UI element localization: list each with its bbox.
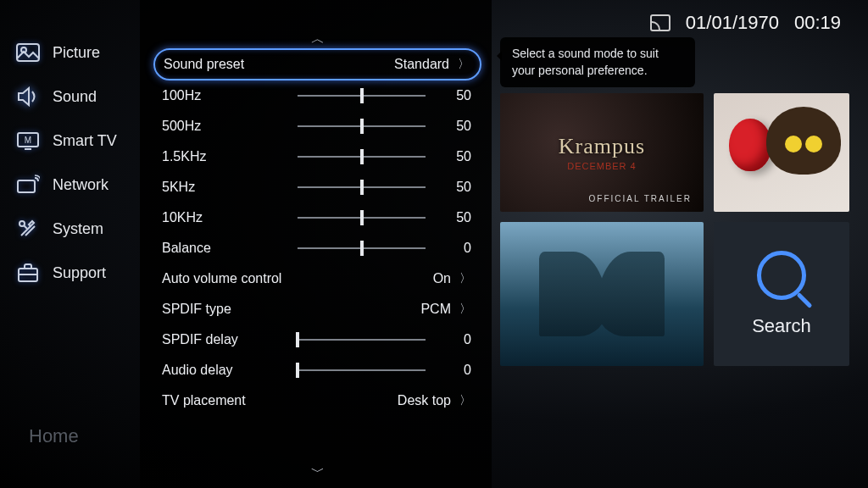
person-graphic [766,107,843,200]
setting-value: Standard [291,57,453,72]
slider-track[interactable] [298,156,426,158]
setting-label: 100Hz [162,88,289,103]
status-time: 00:19 [794,12,841,34]
setting-value: Desk top [289,393,454,408]
sidebar-item-sound[interactable]: Sound [0,75,140,119]
slider-track[interactable] [298,217,426,219]
slider-track[interactable] [298,95,426,97]
sidebar-item-smart-tv[interactable]: M Smart TV [0,119,140,163]
home-label: Home [29,425,79,447]
tile-subtitle: DECEMBER 4 [559,161,645,171]
setting-value: 0 [434,332,471,347]
smart-tv-icon: M [15,130,41,152]
slider-knob[interactable] [360,241,364,256]
sidebar-item-label: Network [53,176,108,194]
slider-knob[interactable] [360,119,364,134]
setting-sound-preset[interactable]: Sound preset Standard 〉 [153,48,481,80]
setting-label: 5KHz [162,180,289,195]
picture-icon [15,42,41,64]
setting-label: Sound preset [164,57,291,72]
tile-media-2[interactable] [714,93,849,212]
setting-auto-volume-control[interactable]: Auto volume control On 〉 [153,263,481,294]
status-date: 01/01/1970 [686,12,779,34]
sidebar-item-support[interactable]: Support [0,251,140,295]
setting-value: PCM [289,302,454,317]
chevron-right-icon: 〉 [454,302,471,317]
scroll-down-icon[interactable]: ﹀ [153,463,481,481]
tile-krampus-trailer[interactable]: Krampus DECEMBER 4 OFFICIAL TRAILER [500,93,704,212]
setting-value: 0 [434,363,471,378]
cast-icon [650,14,670,31]
setting-balance[interactable]: Balance 0 [153,233,481,263]
setting-label: 500Hz [162,119,289,134]
slider-track[interactable] [298,186,426,188]
chevron-right-icon: 〉 [454,393,471,408]
slider-knob[interactable] [360,149,364,164]
search-icon [757,251,806,300]
setting-label: Audio delay [162,363,289,378]
balloon-icon [729,119,771,171]
content-tiles: Krampus DECEMBER 4 OFFICIAL TRAILER Sear… [500,93,848,429]
status-bar: 01/01/1970 00:19 [650,12,841,34]
setting-value: 50 [434,88,471,103]
sidebar-item-label: Sound [53,88,97,106]
setting-label: 1.5KHz [162,149,289,164]
setting-value: 50 [434,180,471,195]
slider-track[interactable] [298,247,426,249]
setting-eq-10khz[interactable]: 10KHz 50 [153,202,481,233]
slider-track[interactable] [298,369,426,371]
sidebar-item-label: Picture [53,44,100,62]
tile-search[interactable]: Search [714,222,849,366]
sidebar-item-label: System [53,220,103,238]
slider-knob[interactable] [360,210,364,225]
sound-settings-panel: ︿ Sound preset Standard 〉 100Hz 50 500Hz… [140,0,492,488]
sidebar-item-network[interactable]: Network [0,163,140,207]
setting-eq-500hz[interactable]: 500Hz 50 [153,111,481,141]
tile-tag: OFFICIAL TRAILER [589,194,692,203]
setting-label: Balance [162,241,289,256]
sidebar-item-label: Smart TV [53,132,117,150]
slider-knob[interactable] [296,363,299,378]
setting-value: 50 [434,149,471,164]
chevron-right-icon: 〉 [453,57,470,72]
svg-text:M: M [25,136,31,145]
setting-eq-1_5khz[interactable]: 1.5KHz 50 [153,141,481,172]
setting-label: SPDIF delay [162,332,289,347]
setting-tv-placement[interactable]: TV placement Desk top 〉 [153,385,481,416]
sidebar-item-system[interactable]: System [0,207,140,251]
setting-label: TV placement [162,393,289,408]
slider-track[interactable] [298,125,426,127]
help-tooltip: Select a sound mode to suit your persona… [500,37,695,87]
tile-title: Krampus [559,134,645,159]
slider-track[interactable] [298,339,426,341]
setting-spdif-type[interactable]: SPDIF type PCM 〉 [153,294,481,324]
system-icon [15,218,41,240]
setting-audio-delay[interactable]: Audio delay 0 [153,355,481,385]
tile-label: Search [752,315,811,337]
setting-value: On [403,271,454,286]
setting-label: SPDIF type [162,302,289,317]
setting-value: 50 [434,210,471,225]
settings-sidebar: Picture Sound M Smart TV Network System … [0,0,140,488]
setting-eq-5khz[interactable]: 5KHz 50 [153,172,481,202]
setting-value: 50 [434,119,471,134]
setting-spdif-delay[interactable]: SPDIF delay 0 [153,324,481,355]
slider-knob[interactable] [360,180,364,195]
support-icon [15,262,41,284]
svg-rect-0 [17,44,39,61]
whale-tail-graphic [534,243,670,345]
setting-eq-100hz[interactable]: 100Hz 50 [153,80,481,111]
network-icon [15,174,41,196]
setting-label: Auto volume control [162,271,403,286]
slider-knob[interactable] [296,332,299,347]
slider-knob[interactable] [360,88,364,103]
sidebar-item-label: Support [53,264,106,282]
chevron-right-icon: 〉 [454,271,471,286]
scroll-up-icon[interactable]: ︿ [153,30,481,48]
setting-label: 10KHz [162,210,289,225]
setting-value: 0 [434,241,471,256]
svg-rect-5 [18,180,35,192]
sidebar-item-picture[interactable]: Picture [0,30,140,75]
tile-media-3[interactable] [500,222,704,366]
sound-icon [15,86,41,108]
